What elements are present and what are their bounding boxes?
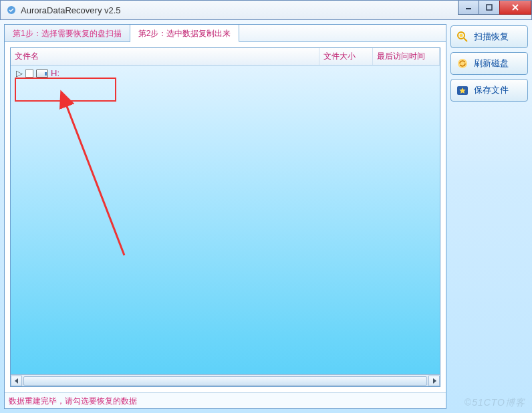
tree-label: H: [51, 68, 59, 78]
save-file-button[interactable]: 保存文件 [450, 79, 528, 102]
drive-icon [36, 70, 48, 78]
svg-rect-1 [466, 8, 471, 9]
svg-point-6 [460, 34, 463, 37]
tree-checkbox[interactable] [25, 70, 33, 78]
sidebar: 扫描恢复 刷新磁盘 保存文件 [450, 24, 528, 409]
file-list-panel: 文件名 文件大小 最后访问时间 ▷ H: [10, 47, 440, 387]
window-body: 第1步：选择需要恢复的盘扫描 第2步：选中数据复制出来 文件名 文件大小 最后访… [0, 20, 532, 413]
tab-step1[interactable]: 第1步：选择需要恢复的盘扫描 [5, 25, 130, 41]
app-icon [6, 5, 17, 15]
save-star-icon [455, 83, 470, 98]
refresh-disk-button[interactable]: 刷新磁盘 [450, 52, 528, 75]
window-controls [458, 1, 531, 15]
status-text: 数据重建完毕，请勾选要恢复的数据 [9, 396, 137, 406]
svg-point-7 [458, 59, 467, 68]
scroll-left-icon[interactable] [11, 376, 22, 386]
scroll-right-icon[interactable] [428, 376, 440, 386]
column-filename[interactable]: 文件名 [11, 48, 319, 65]
svg-line-5 [464, 38, 467, 41]
scroll-thumb[interactable] [23, 376, 427, 386]
magnifier-icon [455, 29, 470, 44]
column-filesize[interactable]: 文件大小 [319, 48, 373, 65]
list-empty-area [11, 81, 440, 374]
tab-step2[interactable]: 第2步：选中数据复制出来 [130, 25, 240, 42]
button-label: 刷新磁盘 [474, 57, 509, 70]
main-panel: 第1步：选择需要恢复的盘扫描 第2步：选中数据复制出来 文件名 文件大小 最后访… [4, 24, 446, 409]
list-header: 文件名 文件大小 最后访问时间 [11, 48, 440, 65]
minimize-button[interactable] [458, 1, 479, 15]
horizontal-scrollbar[interactable] [11, 374, 440, 386]
window-title: AuroraDataRecovery v2.5 [21, 5, 121, 15]
column-lastaccess[interactable]: 最后访问时间 [373, 48, 440, 65]
tab-label: 第1步：选择需要恢复的盘扫描 [13, 29, 122, 38]
title-bar: AuroraDataRecovery v2.5 [0, 0, 532, 20]
tab-bar: 第1步：选择需要恢复的盘扫描 第2步：选中数据复制出来 [5, 25, 446, 42]
button-label: 扫描恢复 [474, 31, 509, 43]
svg-rect-2 [487, 5, 492, 10]
button-label: 保存文件 [474, 84, 509, 96]
scan-recover-button[interactable]: 扫描恢复 [450, 25, 528, 48]
tree-row-drive[interactable]: ▷ H: [11, 65, 440, 81]
close-button[interactable] [499, 1, 531, 15]
refresh-icon [455, 56, 470, 71]
maximize-button[interactable] [479, 1, 500, 15]
tab-label: 第2步：选中数据复制出来 [138, 29, 231, 38]
watermark: ©51CTO博客 [464, 397, 525, 409]
status-bar: 数据重建完毕，请勾选要恢复的数据 [5, 392, 446, 408]
tree-expand-icon[interactable]: ▷ [16, 68, 23, 78]
